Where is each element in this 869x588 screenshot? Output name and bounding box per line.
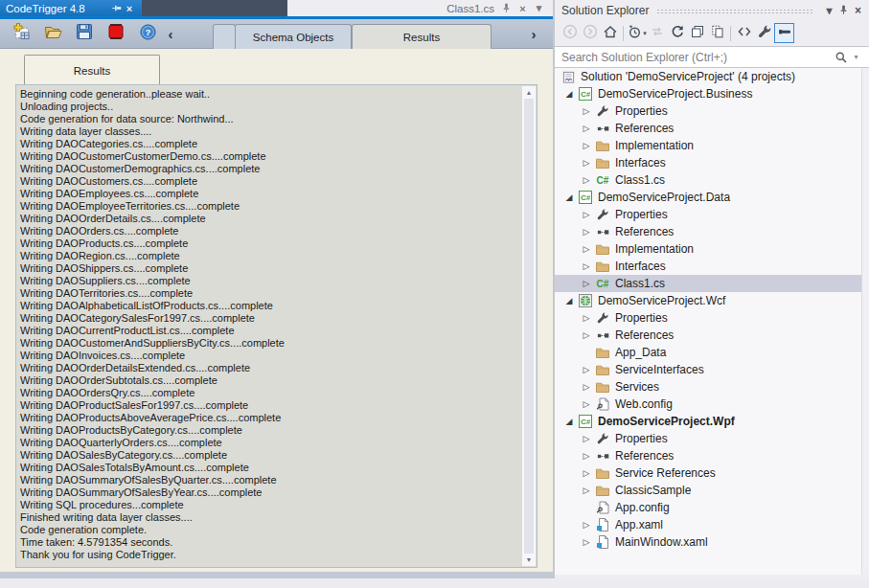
tree-item-label: Service References	[615, 464, 716, 482]
show-all-files-button[interactable]	[707, 23, 727, 43]
save-button[interactable]	[71, 21, 98, 46]
pin-icon[interactable]	[836, 3, 851, 17]
close-icon[interactable]: ×	[123, 2, 136, 15]
expand-arrow-icon[interactable]: ▷	[578, 141, 595, 150]
tree-item-mainwindow-xaml[interactable]: ▷MainWindow.xaml	[555, 533, 861, 551]
tree-item-demoserviceproject-business[interactable]: ◢C#DemoServiceProject.Business	[555, 85, 861, 102]
back-button[interactable]	[560, 23, 580, 43]
sync-with-active-document-button[interactable]	[647, 23, 667, 43]
tree-item-properties[interactable]: ▷Properties	[555, 102, 861, 120]
tree-item-app-config[interactable]: App.config	[555, 499, 861, 516]
expand-arrow-icon[interactable]: ▷	[578, 399, 595, 409]
tree-item-implementation[interactable]: ▷Implementation	[555, 137, 861, 154]
expand-arrow-icon[interactable]: ▷	[578, 451, 595, 461]
expand-arrow-icon[interactable]: ▷	[578, 124, 595, 133]
tree-item-properties[interactable]: ▷Properties	[555, 206, 861, 223]
expand-arrow-icon[interactable]: ▷	[578, 210, 595, 219]
tab-schema-objects[interactable]: Schema Objects	[235, 24, 352, 49]
pending-changes-filter-button[interactable]: ▾	[627, 23, 647, 43]
expand-arrow-icon[interactable]: ▷	[578, 486, 595, 495]
tree-item-demoserviceproject-wcf[interactable]: ◢DemoServiceProject.Wcf	[555, 292, 861, 309]
expand-arrow-icon[interactable]: ▷	[578, 468, 595, 478]
expand-arrow-icon[interactable]: ▷	[578, 313, 595, 323]
expand-arrow-icon[interactable]: ▷	[578, 365, 595, 374]
expand-arrow-icon[interactable]: ▷	[578, 106, 595, 116]
tree-item-implementation[interactable]: ▷Implementation	[555, 240, 861, 258]
window-menu-icon[interactable]: ▾	[822, 3, 836, 17]
tree-item-solution-demoserviceproject-4-projects[interactable]: Solution 'DemoServiceProject' (4 project…	[555, 68, 861, 85]
tree-item-class1-cs[interactable]: ▷C#Class1.cs	[555, 275, 861, 292]
properties-button[interactable]	[754, 23, 774, 43]
open-button[interactable]	[39, 21, 66, 46]
search-input[interactable]	[555, 47, 820, 67]
tab-results[interactable]: Results	[352, 24, 492, 49]
tree-item-references[interactable]: ▷References	[555, 223, 861, 240]
pin-icon[interactable]	[109, 2, 123, 15]
view-code-button[interactable]	[734, 23, 754, 43]
expand-arrow-icon[interactable]: ▷	[578, 330, 595, 340]
chevron-left-icon[interactable]: ‹	[163, 25, 178, 42]
search-options-icon[interactable]: ▾	[849, 50, 863, 64]
help-button[interactable]: ?	[134, 21, 161, 46]
expand-arrow-icon[interactable]: ▷	[578, 279, 595, 288]
solution-tree-scrollbar[interactable]	[861, 68, 869, 575]
results-panel: Results Beginning code generation..pleas…	[0, 49, 553, 572]
tab-results-inner[interactable]: Results	[24, 55, 160, 85]
tree-item-demoserviceproject-data[interactable]: ◢C#DemoServiceProject.Data	[555, 189, 861, 206]
expand-arrow-icon[interactable]: ▷	[578, 434, 595, 443]
chevron-right-icon[interactable]: ›	[526, 25, 541, 42]
tree-item-references[interactable]: ▷References	[555, 327, 861, 344]
expand-arrow-icon[interactable]: ▷	[578, 261, 595, 271]
expand-arrow-icon[interactable]: ▷	[578, 382, 595, 392]
tree-item-interfaces[interactable]: ▷Interfaces	[555, 154, 861, 171]
search-box[interactable]: ▾	[555, 46, 869, 68]
tree-item-web-config[interactable]: ▷Web.config	[555, 396, 861, 413]
tree-item-serviceinterfaces[interactable]: ▷ServiceInterfaces	[555, 361, 861, 378]
search-icon[interactable]	[834, 50, 848, 64]
log-line: Writing DAOOrderDetails.cs....complete	[20, 213, 519, 225]
collapse-arrow-icon[interactable]: ◢	[560, 417, 578, 426]
stop-button[interactable]	[103, 21, 129, 46]
tree-item-references[interactable]: ▷References	[555, 447, 861, 464]
vertical-scrollbar[interactable]: ▲ ▼	[522, 86, 536, 566]
tree-item-references[interactable]: ▷References	[555, 120, 861, 137]
expand-arrow-icon[interactable]: ▷	[578, 227, 595, 237]
tree-item-service-references[interactable]: ▷Service References	[555, 464, 861, 482]
pin-icon[interactable]	[500, 2, 513, 14]
scroll-down-arrow[interactable]: ▼	[522, 554, 536, 566]
folder-icon	[595, 362, 610, 377]
tree-item-demoserviceproject-wpf[interactable]: ◢C#DemoServiceProject.Wpf	[555, 413, 861, 430]
collapse-arrow-icon[interactable]: ◢	[560, 296, 578, 305]
refresh-button[interactable]	[667, 23, 687, 43]
expand-arrow-icon[interactable]: ▷	[578, 244, 595, 254]
drag-grip[interactable]	[656, 9, 814, 14]
new-project-button[interactable]	[8, 21, 34, 46]
scroll-up-arrow[interactable]: ▲	[522, 86, 536, 99]
tree-item-app-data[interactable]: App_Data	[555, 344, 861, 361]
tree-item-services[interactable]: ▷Services	[555, 378, 861, 396]
tree-item-properties[interactable]: ▷Properties	[555, 309, 861, 327]
tree-item-classicsample[interactable]: ▷ClassicSample	[555, 482, 861, 499]
home-button[interactable]	[600, 23, 620, 43]
tree-item-class1-cs[interactable]: ▷C#Class1.cs	[555, 171, 861, 189]
codetrigger-tool-tab[interactable]: CodeTrigger 4.8 ×	[0, 0, 142, 16]
scrollbar-thumb[interactable]	[524, 99, 534, 554]
tree-item-properties[interactable]: ▷Properties	[555, 430, 861, 447]
collapse-arrow-icon[interactable]: ◢	[560, 192, 578, 202]
collapse-arrow-icon[interactable]: ◢	[560, 89, 578, 99]
tree-item-interfaces[interactable]: ▷Interfaces	[555, 258, 861, 275]
close-icon[interactable]: ×	[851, 3, 865, 17]
tab-stub[interactable]	[213, 24, 236, 49]
tree-item-app-xaml[interactable]: ▷App.xaml	[555, 516, 861, 533]
forward-button[interactable]	[580, 23, 600, 43]
collapse-all-button[interactable]	[687, 23, 707, 43]
chevron-down-icon[interactable]: ▾	[533, 2, 545, 14]
expand-arrow-icon[interactable]: ▷	[578, 537, 595, 547]
close-icon[interactable]: ×	[516, 2, 529, 14]
tree-item-label: DemoServiceProject.Wcf	[598, 292, 725, 309]
expand-arrow-icon[interactable]: ▷	[578, 175, 595, 185]
document-tab-title[interactable]: Class1.cs	[446, 3, 494, 14]
collapse-definitions-button[interactable]	[774, 23, 794, 43]
expand-arrow-icon[interactable]: ▷	[578, 158, 595, 168]
expand-arrow-icon[interactable]: ▷	[578, 520, 595, 530]
